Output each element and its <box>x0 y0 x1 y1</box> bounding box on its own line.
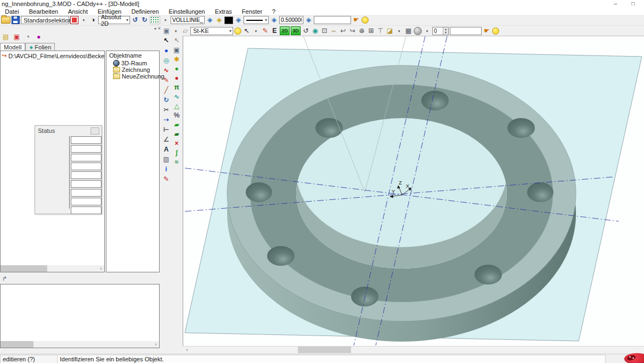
status-field[interactable] <box>71 206 101 214</box>
hand-select-icon[interactable]: ☛ <box>483 27 491 35</box>
explorer-tool-icon[interactable]: ● <box>34 32 43 41</box>
color-layers-icon[interactable]: ◈ <box>234 16 242 24</box>
zoom-window-icon[interactable]: ⊡ <box>320 27 329 35</box>
object-item-zeichnung[interactable]: Zeichnung <box>113 66 150 73</box>
tool-icon[interactable]: ● <box>162 46 171 55</box>
status-float-panel[interactable]: Status <box>35 125 102 214</box>
pick-pen-icon[interactable]: ↖ <box>242 27 251 35</box>
lightbulb-icon[interactable] <box>234 27 241 35</box>
rotation-step-spinner[interactable]: 0 ▴▾ <box>432 27 449 35</box>
bolt-hole[interactable] <box>507 118 535 138</box>
tab-folien[interactable]: ◈ Folien <box>25 43 55 51</box>
lightbulb-icon[interactable] <box>361 16 369 24</box>
menu-item[interactable]: Einstellungen <box>164 8 210 15</box>
rotation-center-icon[interactable]: ◑ <box>89 16 97 24</box>
view-previous-icon[interactable]: ↩ <box>339 27 347 35</box>
tool-icon[interactable]: i <box>162 165 171 174</box>
undo-icon[interactable]: ↺ <box>131 16 139 24</box>
tab-modell[interactable]: Modell <box>0 43 25 51</box>
status-field[interactable] <box>71 171 101 179</box>
flange-model[interactable] <box>227 65 576 342</box>
cube-display-icon[interactable]: ◪ <box>386 27 394 35</box>
tool-icon[interactable]: ● <box>172 64 181 73</box>
message-scrollbar[interactable]: › <box>1 341 159 348</box>
selection-mode-combo[interactable]: Standardselektion ▾ <box>21 16 69 24</box>
orbit-icon[interactable]: ◉ <box>311 27 319 35</box>
tool-icon[interactable]: ▰ <box>172 130 181 138</box>
scroll-right-icon[interactable]: › <box>152 341 159 348</box>
cube-dropdown-icon[interactable]: ▾ <box>395 27 403 35</box>
pen-layers-icon[interactable]: ◈ <box>215 16 223 24</box>
spin-down-icon[interactable]: ▾ <box>445 31 447 34</box>
edit-element-icon[interactable]: E <box>270 27 279 35</box>
menu-item[interactable]: Bearbeiten <box>24 8 63 15</box>
redo-icon[interactable]: ↻ <box>140 16 149 24</box>
grid-dropdown-icon[interactable]: ▾ <box>161 16 170 24</box>
viewport-scrollbar-thumb[interactable] <box>298 347 351 353</box>
tool-icon[interactable]: ↻ <box>162 96 171 104</box>
view-aux-input[interactable] <box>450 27 482 35</box>
width-layers-icon[interactable]: ◈ <box>304 16 313 24</box>
object-item-neuezeichnung[interactable]: NeueZeichnung <box>113 73 165 80</box>
line-layers-icon[interactable]: ◈ <box>206 16 214 24</box>
tree-root-item[interactable]: ↪ D:\AVCHD_Filme\Lernvideos\BeckerCAD 3D… <box>2 52 105 59</box>
menu-item[interactable]: Definieren <box>126 8 163 15</box>
shading-dropdown-icon[interactable]: ▾ <box>423 27 431 35</box>
tool-icon[interactable]: ⇢ <box>162 115 171 124</box>
style-layers-icon[interactable]: ◈ <box>270 16 278 24</box>
bolt-hole[interactable] <box>421 91 449 110</box>
bolt-hole[interactable] <box>527 182 553 202</box>
scene-canvas[interactable]: Z X Y <box>183 36 643 345</box>
view-2d-button[interactable]: 2D <box>280 26 290 35</box>
status-field[interactable] <box>71 163 101 170</box>
color-swatch[interactable] <box>224 16 233 24</box>
marker-icon[interactable]: ✎ <box>261 27 269 35</box>
tool-icon[interactable]: ▣ <box>172 46 181 54</box>
grid-icon[interactable] <box>150 16 160 24</box>
tool-icon[interactable]: ╱ <box>162 86 171 94</box>
status-field[interactable] <box>71 189 101 197</box>
tool-icon[interactable]: ◎ <box>162 56 171 65</box>
tool-icon[interactable]: % <box>172 111 181 120</box>
view-next-icon[interactable]: ↪ <box>348 27 357 35</box>
lightbulb-icon[interactable] <box>492 27 499 35</box>
tsquare-icon[interactable]: ⊤ <box>376 27 385 35</box>
menu-item[interactable]: ? <box>267 8 280 15</box>
bolt-hole[interactable] <box>246 182 272 202</box>
line-style-combo[interactable]: ▾ <box>244 16 269 24</box>
tool-icon[interactable]: ∿ <box>162 66 171 75</box>
message-scrollbar-thumb[interactable] <box>1 341 33 348</box>
bolt-hole[interactable] <box>474 265 502 284</box>
tool-icon[interactable]: ▰ <box>172 120 181 129</box>
viewport-3d[interactable]: Z X Y <box>183 36 644 346</box>
status-field[interactable] <box>71 136 101 144</box>
tool-icon[interactable]: ∫ <box>172 148 181 157</box>
maximize-button[interactable]: □ <box>625 0 641 7</box>
view-dropdown-icon[interactable]: ▾ <box>172 27 180 35</box>
shading-sphere-icon[interactable] <box>414 27 422 35</box>
tool-icon[interactable]: ● <box>172 74 181 82</box>
zoom-fit-icon[interactable]: ⊞ <box>367 27 375 35</box>
status-field[interactable] <box>71 145 101 153</box>
tool-icon[interactable]: × <box>172 139 181 148</box>
panel-close-icon[interactable]: ✕ <box>157 26 162 31</box>
menu-item[interactable]: Ansicht <box>63 8 93 15</box>
selection-color-icon[interactable] <box>70 16 78 24</box>
bolt-hole[interactable] <box>315 118 343 138</box>
view-orientation-icon[interactable]: ▣ <box>162 27 171 35</box>
line-type-input[interactable] <box>171 16 205 24</box>
tool-icon[interactable]: ⊢ <box>162 125 171 134</box>
save-icon[interactable] <box>12 16 20 24</box>
object-item-3d-raum[interactable]: 3D-Raum <box>113 60 147 66</box>
status-field[interactable] <box>71 198 101 205</box>
viewport-scrollbar[interactable]: ‹ <box>183 346 644 353</box>
open-icon[interactable] <box>1 16 10 24</box>
tool-icon[interactable]: △ <box>172 102 181 110</box>
line-width-input[interactable] <box>279 16 303 24</box>
tool-icon[interactable]: A <box>162 145 171 154</box>
menu-item[interactable]: Extras <box>210 8 237 15</box>
tool-icon[interactable]: ✎ <box>162 76 171 85</box>
tree-scrollbar[interactable]: › <box>1 265 104 272</box>
zoom-in-icon[interactable]: ⊕ <box>358 27 366 35</box>
tool-icon[interactable]: ≈ <box>172 158 181 166</box>
